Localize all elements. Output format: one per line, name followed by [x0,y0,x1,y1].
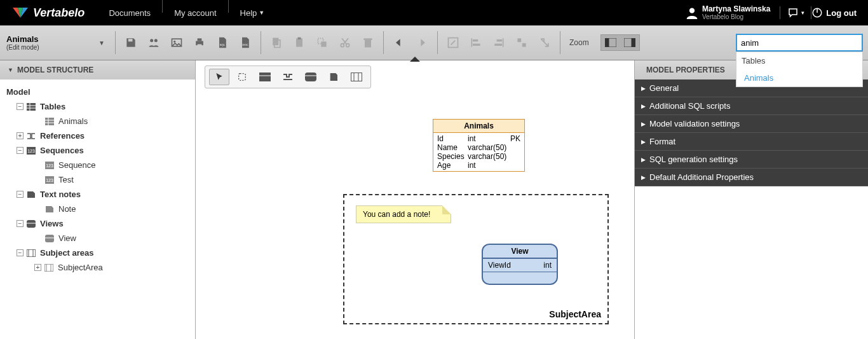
note-fold-icon [442,205,451,214]
table-row[interactable]: Namevarchar(50) [437,143,520,152]
nav-documents[interactable]: Documents [97,0,162,25]
paste-button[interactable] [290,34,308,52]
tree-table-animals[interactable]: Animals [0,114,195,128]
pencil-button[interactable] [444,34,462,52]
chat-button[interactable]: ▾ [787,7,804,18]
align-left-button[interactable] [467,34,485,52]
copy-button[interactable] [268,34,285,52]
tree-tables[interactable]: −Tables [0,99,195,114]
tool-select[interactable] [209,69,229,85]
logo[interactable]: Vertabelo [0,5,97,20]
search-result-animals[interactable]: Animals [736,69,862,86]
print-button[interactable] [191,34,208,52]
svg-point-8 [154,39,158,42]
collapse-icon[interactable]: − [17,147,24,154]
search-box: Tables Animals [736,34,863,52]
section-validation[interactable]: ▶Model validation settings [635,115,868,133]
layout-right-panel-toggle[interactable] [620,35,639,50]
tree-textnotes[interactable]: −Text notes [0,187,195,202]
align-top-button[interactable] [513,34,531,52]
area-icon [26,249,36,258]
section-additional-sql[interactable]: ▶Additional SQL scripts [635,97,868,115]
image-button[interactable] [168,34,186,52]
align-right-button[interactable] [490,34,508,52]
tree-sequence-test[interactable]: 123Test [0,172,195,187]
tree-subjectareas[interactable]: −Subject areas [0,246,195,260]
sequence-icon: 123 [44,161,55,170]
duplicate-button[interactable] [313,34,331,52]
tool-reference[interactable] [278,69,298,85]
paste-icon [293,36,306,49]
tool-table[interactable] [255,69,275,85]
chevron-down-icon: ▼ [98,39,105,46]
cut-button[interactable] [336,34,354,52]
reference-icon [26,132,36,141]
tool-marquee[interactable] [232,69,252,85]
er-view-box[interactable]: View ViewIdint [482,244,558,285]
redo-button[interactable] [413,34,431,52]
section-sql-generation[interactable]: ▶SQL generation settings [635,151,868,169]
tree-sequences[interactable]: −123Sequences [0,143,195,158]
tree-sequence-item[interactable]: 123Sequence [0,158,195,172]
model-structure-header[interactable]: ▼ MODEL STRUCTURE [0,60,195,80]
user-name: Martyna Slawinska [702,5,770,13]
tree-references[interactable]: +References [0,128,195,143]
layout-left-panel-toggle[interactable] [601,35,620,50]
nav-help[interactable]: Help▼ [229,0,276,25]
collapse-icon[interactable]: − [17,220,24,227]
triangle-right-icon: ▶ [641,85,646,92]
share-button[interactable] [145,34,163,52]
tree-root[interactable]: Model [0,85,195,99]
logout-button[interactable]: Log out [811,7,857,18]
tool-area[interactable] [346,69,367,85]
svg-rect-63 [239,74,246,81]
svg-rect-29 [473,44,480,46]
tree-subjectarea-item[interactable]: +SubjectArea [0,260,195,275]
table-row[interactable]: Speciesvarchar(50) [437,152,520,161]
er-table-animals[interactable]: Animals IdintPK Namevarchar(50) Speciesv… [433,119,525,172]
nav-my-account[interactable]: My account [163,0,227,25]
edit-icon [447,36,459,49]
user-block[interactable]: Martyna Slawinska Vertabelo Blog [686,5,770,20]
tree-view-item[interactable]: View [0,231,195,246]
table-row[interactable]: Ageint [437,161,520,170]
collapse-icon[interactable]: − [17,249,24,256]
table-row[interactable]: IdintPK [437,134,520,143]
arrow-left-icon [392,36,406,49]
search-input[interactable] [736,34,863,52]
shortcut-button[interactable] [536,34,553,52]
sql-button[interactable]: SQL [214,34,231,52]
scissors-icon [339,36,351,49]
collapse-icon[interactable]: − [17,191,24,198]
image-icon [170,36,183,49]
svg-rect-31 [497,39,502,41]
svg-rect-68 [351,73,362,81]
expand-icon[interactable]: + [17,132,24,139]
save-button[interactable] [122,34,140,52]
delete-button[interactable] [359,34,377,52]
canvas-area[interactable]: Animals IdintPK Namevarchar(50) Speciesv… [196,60,634,339]
sequence-icon: 123 [44,176,55,184]
doc-button[interactable]: DOC [236,34,254,52]
section-format[interactable]: ▶Format [635,133,868,151]
undo-button[interactable] [390,34,408,52]
subject-area-label: SubjectArea [549,309,601,319]
tree-note-item[interactable]: Note [0,202,195,216]
section-default-props[interactable]: ▶Default Additional Properties [635,169,868,186]
canvas[interactable]: Animals IdintPK Namevarchar(50) Speciesv… [196,60,634,339]
toolbar: Animals (Edit mode) ▼ SQL DOC Zoom Table… [0,25,868,60]
sticky-note[interactable]: You can add a note! [356,205,451,223]
svg-rect-55 [45,235,54,242]
collapse-icon[interactable]: − [17,103,24,110]
document-selector[interactable]: Animals (Edit mode) ▼ [0,31,111,55]
left-panel: ▼ MODEL STRUCTURE Model −Tables Animals … [0,60,196,339]
top-nav: Documents My account Help▼ [97,0,276,25]
save-icon [125,36,137,49]
tool-note[interactable] [323,69,344,85]
sequence-icon: 123 [26,146,36,155]
area-icon [44,263,54,272]
tree-views[interactable]: −Views [0,216,195,231]
expand-icon[interactable]: + [34,264,41,271]
tool-view[interactable] [301,69,321,85]
print-icon [193,36,206,49]
